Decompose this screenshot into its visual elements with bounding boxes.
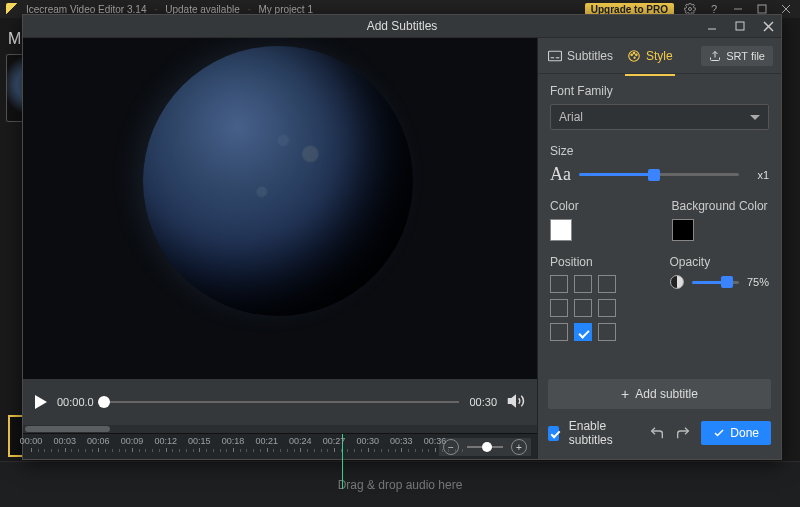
svg-point-17	[633, 56, 635, 58]
size-slider[interactable]	[579, 173, 739, 176]
position-cell-5[interactable]	[598, 299, 616, 317]
opacity-value: 75%	[747, 276, 769, 288]
position-cell-1[interactable]	[574, 275, 592, 293]
size-aa-icon: Aa	[550, 164, 571, 185]
seek-slider[interactable]	[104, 395, 460, 409]
modal-maximize-icon[interactable]	[727, 15, 753, 37]
timeline-label: 00:03	[53, 436, 76, 446]
timeline-label: 00:33	[390, 436, 413, 446]
svg-rect-6	[736, 22, 744, 30]
timeline-label: 00:18	[222, 436, 245, 446]
modal-minimize-icon[interactable]	[699, 15, 725, 37]
timeline-label: 00:24	[289, 436, 312, 446]
bg-color-swatch[interactable]	[672, 219, 694, 241]
modal-title: Add Subtitles	[367, 19, 438, 33]
add-subtitle-label: Add subtitle	[635, 387, 698, 401]
redo-icon[interactable]	[675, 423, 691, 443]
svg-line-3	[782, 5, 790, 13]
style-panel: Subtitles Style SRT file Font Family Ari…	[537, 38, 781, 459]
zoom-in-icon[interactable]: +	[511, 439, 527, 455]
opacity-icon	[670, 275, 684, 289]
timeline-label: 00:12	[154, 436, 177, 446]
svg-line-7	[764, 22, 773, 31]
project-name: My project 1	[259, 4, 313, 15]
tab-style-label: Style	[646, 49, 673, 63]
font-family-label: Font Family	[550, 84, 769, 98]
opacity-slider[interactable]	[692, 281, 739, 284]
player-controls: 00:00.0 00:30	[23, 379, 537, 425]
font-family-value: Arial	[559, 110, 583, 124]
update-notice[interactable]: Update available	[165, 4, 240, 15]
add-subtitles-modal: Add Subtitles 00:00.0 00:30	[22, 14, 782, 460]
add-subtitle-button[interactable]: + Add subtitle	[548, 379, 771, 409]
size-label: Size	[550, 144, 769, 158]
audio-track-hint[interactable]: Drag & drop audio here	[0, 461, 800, 507]
timeline-label: 00:15	[188, 436, 211, 446]
undo-icon[interactable]	[649, 423, 665, 443]
earth-image	[143, 46, 413, 316]
srt-file-label: SRT file	[726, 50, 765, 62]
enable-subtitles-label: Enable subtitles	[569, 419, 630, 447]
position-grid	[550, 275, 650, 341]
svg-rect-2	[758, 5, 766, 13]
done-label: Done	[730, 426, 759, 440]
plus-icon: +	[621, 386, 629, 402]
duration: 00:30	[469, 396, 497, 408]
position-cell-2[interactable]	[598, 275, 616, 293]
position-cell-6[interactable]	[550, 323, 568, 341]
bg-color-label: Background Color	[672, 199, 770, 213]
preview-scrollbar[interactable]	[23, 425, 537, 433]
color-label: Color	[550, 199, 648, 213]
opacity-label: Opacity	[670, 255, 770, 269]
timeline-ruler[interactable]: − + 00:0000:0300:0600:0900:1200:1500:180…	[23, 433, 537, 459]
position-cell-0[interactable]	[550, 275, 568, 293]
preview-area: 00:00.0 00:30 − + 00:0000:0300:0600:09	[23, 38, 537, 459]
tab-style[interactable]: Style	[625, 45, 675, 67]
text-color-swatch[interactable]	[550, 219, 572, 241]
svg-point-13	[629, 50, 640, 61]
tab-subtitles[interactable]: Subtitles	[546, 45, 615, 67]
timeline-label: 00:00	[20, 436, 43, 446]
svg-marker-9	[509, 395, 516, 406]
timeline-label: 00:36	[424, 436, 447, 446]
position-label: Position	[550, 255, 650, 269]
app-title: Icecream Video Editor 3.14	[26, 4, 146, 15]
svg-point-15	[633, 52, 635, 54]
font-family-select[interactable]: Arial	[550, 104, 769, 130]
volume-icon[interactable]	[507, 392, 525, 413]
position-cell-8[interactable]	[598, 323, 616, 341]
timeline-label: 00:27	[323, 436, 346, 446]
svg-point-0	[689, 8, 692, 11]
chevron-down-icon	[750, 115, 760, 120]
position-cell-4[interactable]	[574, 299, 592, 317]
done-button[interactable]: Done	[701, 421, 771, 445]
media-panel-letter: M	[8, 30, 21, 48]
timeline-label: 00:21	[255, 436, 278, 446]
current-time: 00:00.0	[57, 396, 94, 408]
video-preview[interactable]	[23, 38, 537, 379]
position-cell-3[interactable]	[550, 299, 568, 317]
svg-point-16	[636, 54, 638, 56]
svg-rect-10	[549, 51, 562, 60]
svg-point-14	[631, 54, 633, 56]
svg-line-4	[782, 5, 790, 13]
app-logo-icon	[6, 3, 18, 15]
timeline-label: 00:30	[356, 436, 379, 446]
position-cell-7[interactable]	[574, 323, 592, 341]
timeline-label: 00:06	[87, 436, 110, 446]
srt-file-button[interactable]: SRT file	[701, 46, 773, 66]
enable-subtitles-checkbox[interactable]	[548, 426, 559, 441]
play-button[interactable]	[35, 395, 47, 409]
tab-subtitles-label: Subtitles	[567, 49, 613, 63]
zoom-slider[interactable]	[467, 446, 503, 448]
modal-close-icon[interactable]	[755, 15, 781, 37]
svg-line-8	[764, 22, 773, 31]
timeline-label: 00:09	[121, 436, 144, 446]
size-value: x1	[747, 169, 769, 181]
